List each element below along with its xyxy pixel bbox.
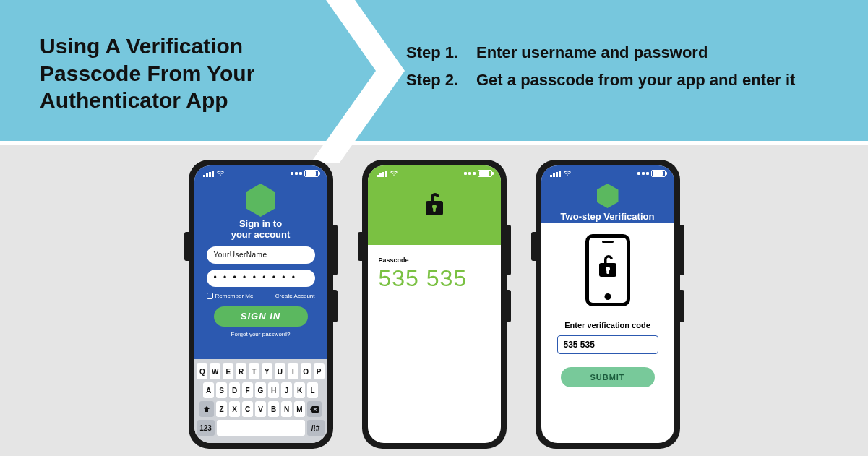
key-p[interactable]: P [314, 363, 325, 379]
app-logo-icon [246, 184, 275, 217]
header-banner: Using A Verification Passcode From Your … [0, 0, 868, 141]
kb-row-3: ZXCVBNM [197, 401, 325, 417]
kb-row-1: QWERTYUIOP [197, 363, 325, 379]
username-input[interactable]: YourUserName [207, 246, 315, 264]
create-account-link[interactable]: Create Account [275, 293, 315, 299]
key-m[interactable]: M [294, 401, 305, 417]
phone-verification: Two-step Verification Enter verification… [536, 160, 680, 449]
key-v[interactable]: V [255, 401, 266, 417]
key-j[interactable]: J [281, 382, 292, 398]
password-input[interactable]: • • • • • • • • • [207, 270, 315, 287]
step-2-text: Get a passcode from your app and enter i… [476, 71, 795, 97]
signin-title: Sign in toyour account [194, 219, 327, 241]
signal-icon [203, 171, 214, 177]
passcode-label: Passcode [379, 257, 490, 264]
key-c[interactable]: C [242, 401, 253, 417]
verification-title: Two-step Verification [541, 211, 674, 222]
key-g[interactable]: G [255, 382, 266, 398]
wifi-icon [390, 170, 398, 178]
phone-lock-icon [585, 234, 630, 306]
banner-title: Using A Verification Passcode From Your … [40, 33, 343, 114]
key-u[interactable]: U [275, 363, 285, 379]
menu-dots-icon [464, 172, 476, 175]
passcode-value: 535 535 [379, 265, 490, 292]
key-z[interactable]: Z [216, 401, 227, 417]
verification-code-input[interactable]: 535 535 [557, 335, 658, 354]
svg-marker-0 [311, 0, 405, 163]
key-n[interactable]: N [281, 401, 292, 417]
key-b[interactable]: B [268, 401, 279, 417]
status-bar [541, 165, 674, 181]
menu-dots-icon [291, 172, 302, 175]
svg-rect-3 [433, 207, 436, 212]
phone-authenticator: Passcode 535 535 [362, 160, 507, 449]
remember-me-checkbox[interactable]: Remember Me [207, 293, 254, 299]
key-t[interactable]: T [249, 363, 259, 379]
key-r[interactable]: R [236, 363, 246, 379]
key-k[interactable]: K [294, 382, 305, 398]
key-s[interactable]: S [216, 382, 227, 398]
symbols-key[interactable]: /!# [307, 420, 325, 436]
shift-key[interactable] [199, 401, 214, 417]
phone-signin: Sign in toyour account YourUserName • • … [189, 160, 333, 449]
battery-icon [478, 170, 492, 177]
numbers-key[interactable]: 123 [197, 420, 215, 436]
battery-icon [304, 170, 319, 177]
step-1-text: Enter username and password [476, 43, 795, 69]
menu-dots-icon [637, 172, 649, 175]
battery-icon [651, 170, 666, 177]
key-i[interactable]: I [288, 363, 298, 379]
key-x[interactable]: X [229, 401, 240, 417]
signal-icon [550, 171, 561, 177]
step-1-num: Step 1. [406, 43, 475, 69]
key-y[interactable]: Y [262, 363, 272, 379]
status-bar [194, 165, 327, 181]
key-h[interactable]: H [268, 382, 279, 398]
phone-row: Sign in toyour account YourUserName • • … [0, 145, 868, 449]
backspace-key[interactable] [307, 401, 322, 417]
enter-code-label: Enter verification code [541, 321, 674, 330]
wifi-icon [216, 170, 225, 178]
wifi-icon [563, 170, 572, 178]
app-logo-icon [597, 184, 619, 208]
key-w[interactable]: W [210, 363, 220, 379]
steps-list: Step 1. Enter username and password Step… [405, 42, 796, 98]
keyboard: QWERTYUIOP ASDFGHJKL ZXCVBNM 123 /!# [194, 359, 327, 443]
key-e[interactable]: E [223, 363, 233, 379]
signin-button[interactable]: SIGN IN [214, 306, 308, 327]
key-a[interactable]: A [203, 382, 214, 398]
forgot-password-link[interactable]: Forgot your password? [194, 331, 327, 337]
key-f[interactable]: F [242, 382, 253, 398]
key-l[interactable]: L [307, 382, 318, 398]
space-key[interactable] [217, 420, 305, 436]
svg-rect-6 [606, 270, 609, 274]
status-bar [368, 165, 501, 181]
key-q[interactable]: Q [197, 363, 207, 379]
key-d[interactable]: D [229, 382, 240, 398]
signal-icon [377, 171, 387, 177]
kb-row-2: ASDFGHJKL [197, 382, 325, 398]
step-2-num: Step 2. [406, 71, 475, 97]
key-o[interactable]: O [301, 363, 311, 379]
submit-button[interactable]: SUBMIT [561, 367, 655, 387]
